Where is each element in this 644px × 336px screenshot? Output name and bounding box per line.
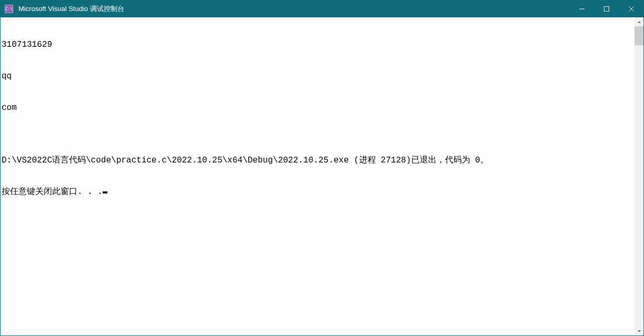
titlebar[interactable]: C:\ Microsoft Visual Studio 调试控制台 — [1, 1, 643, 17]
scroll-up-button[interactable] — [635, 17, 643, 26]
scroll-thumb[interactable] — [635, 26, 643, 45]
output-line: 3107131629 — [2, 39, 635, 50]
output-line: 按任意键关闭此窗口. . . — [2, 187, 635, 197]
window-controls — [569, 1, 643, 17]
app-icon: C:\ — [5, 5, 13, 13]
output-line: qq — [2, 71, 635, 82]
client-area: 3107131629 qq com D:\VS2022C语言代码\code\pr… — [1, 17, 643, 335]
console-window: C:\ Microsoft Visual Studio 调试控制台 310713… — [0, 0, 644, 336]
window-title: Microsoft Visual Studio 调试控制台 — [17, 4, 569, 14]
maximize-button[interactable] — [594, 1, 619, 17]
close-icon — [629, 6, 634, 12]
close-button[interactable] — [619, 1, 643, 17]
minimize-icon — [579, 6, 584, 12]
output-line: D:\VS2022C语言代码\code\practice.c\2022.10.2… — [2, 155, 635, 166]
app-icon-holder: C:\ — [1, 1, 17, 17]
svg-rect-1 — [604, 7, 609, 12]
console-output[interactable]: 3107131629 qq com D:\VS2022C语言代码\code\pr… — [1, 17, 635, 335]
output-text: 按任意键关闭此窗口. . . — [2, 187, 103, 197]
minimize-button[interactable] — [569, 1, 594, 17]
chevron-up-icon — [637, 20, 641, 24]
scroll-track[interactable] — [635, 26, 643, 327]
output-line: com — [2, 103, 635, 113]
chevron-down-icon — [637, 329, 641, 333]
vertical-scrollbar[interactable] — [635, 17, 643, 335]
scroll-down-button[interactable] — [635, 327, 643, 335]
maximize-icon — [604, 6, 609, 12]
cursor — [103, 191, 107, 194]
